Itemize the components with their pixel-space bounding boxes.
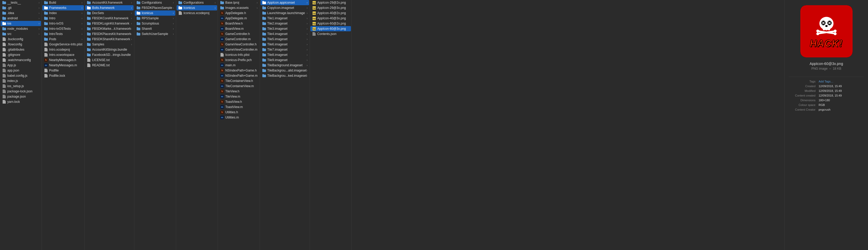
list-item[interactable]: hNearbyMessages.h [42,58,84,63]
list-item[interactable]: Bolts.framework› [85,5,133,10]
list-item[interactable]: Podfile.lock [42,73,84,78]
list-item[interactable]: Iconicus› [135,10,175,16]
list-item[interactable]: Tile6.imageset› [260,42,309,47]
list-item[interactable]: hTileContainerView.h [218,78,259,83]
list-item[interactable]: Contents.json [310,31,351,37]
list-item[interactable]: TileBackgrou...alid.imageset› [260,68,309,73]
list-item[interactable]: Index› [42,10,84,16]
list-item[interactable]: mTileView.m [218,94,259,99]
list-item[interactable]: hGameViewController.h [218,42,259,47]
list-item[interactable]: Build› [42,0,84,5]
list-item[interactable]: PNGAppIcon-40@3x.png [310,16,351,21]
list-item[interactable]: Frameworks› [42,5,84,10]
tags-value[interactable]: Add Tags… [817,79,864,84]
list-item[interactable]: mToastView.m [218,104,259,110]
list-item[interactable]: Tile2.imageset› [260,21,309,26]
list-item[interactable]: android› [1,16,41,21]
list-item[interactable]: PNGAppIcon-29@2x.png [310,0,351,5]
list-item[interactable]: index.js [1,78,41,83]
list-item[interactable]: mNearbyMessages.m [42,63,84,68]
list-item[interactable]: Intro.xcodeproj [42,47,84,52]
list-item[interactable]: hIconicus-Prefix.pch [218,58,259,63]
list-item[interactable]: mUtilities.m [218,115,259,120]
list-item[interactable]: package.json [1,94,41,99]
list-item[interactable]: Tile4.imageset› [260,31,309,37]
list-item[interactable]: FacebookSD...trings.bundle [85,52,133,58]
list-item[interactable]: hNSIndexPath+Game.h [218,68,259,73]
list-item[interactable]: app.json [1,68,41,73]
list-item[interactable]: .buckconfig [1,37,41,42]
list-item[interactable]: README.txt [85,63,133,68]
list-item[interactable]: TileBackgrou...ked.imageset› [260,73,309,78]
list-item[interactable]: hToastView.h [218,99,259,104]
list-item[interactable]: Tile9.imageset› [260,58,309,63]
list-item[interactable]: CopyIcon.imageset› [260,5,309,10]
list-item[interactable]: AccountKit.framework› [85,0,133,5]
list-item[interactable]: RPSSample› [135,16,175,21]
list-item[interactable]: GoogleService-Info.plist [42,42,84,47]
list-item[interactable]: PNGAppIcon-60@3x.png [310,26,351,31]
list-item[interactable]: PNGAppIcon-40@2x.png [310,10,351,16]
list-item[interactable]: Tile3.imageset› [260,26,309,31]
list-item[interactable]: __tests__› [1,0,41,5]
list-item[interactable]: node_modules› [1,26,41,31]
list-item[interactable]: FBSDKMarke...it.framework› [85,26,133,31]
list-item[interactable]: SwitchUserSample› [135,31,175,37]
list-item[interactable]: App.js [1,63,41,68]
tags-add-link[interactable]: Add Tags… [818,80,834,83]
list-item[interactable]: FBSDKPlacesKit.framework› [85,31,133,37]
list-item[interactable]: ShareIt› [135,26,175,31]
list-item[interactable]: hUtilities.h [218,110,259,115]
list-item[interactable]: babel.config.js [1,73,41,78]
list-item[interactable]: .watchmanconfig [1,58,41,63]
list-item[interactable]: .flowconfig [1,42,41,47]
list-item[interactable]: Iconicus› [177,5,217,10]
list-item[interactable]: package-lock.json [1,89,41,94]
list-item[interactable]: mTileContainerView.m [218,83,259,89]
list-item[interactable]: LICENSE.txt [85,58,133,63]
file-browser[interactable]: __tests__›.git›.idea›android›ios›node_mo… [0,0,784,250]
list-item[interactable]: src› [1,31,41,37]
list-item[interactable]: .idea› [1,10,41,16]
list-item[interactable]: PNGAppIcon-29@3x.png [310,5,351,10]
list-item[interactable]: Podfile [42,68,84,73]
list-item[interactable]: PNGAppIcon-60@2x.png [310,21,351,26]
list-item[interactable]: hGameController.h [218,31,259,37]
list-item[interactable]: Tile8.imageset› [260,52,309,58]
list-item[interactable]: yarn.lock [1,99,41,104]
list-item[interactable]: Intro› [42,16,84,21]
list-item[interactable]: Intro-tvOSTests› [42,26,84,31]
list-item[interactable]: Configurations› [177,0,217,5]
list-item[interactable]: mGameController.m [218,37,259,42]
list-item[interactable]: AccountKitStrings.bundle [85,47,133,52]
list-item[interactable]: Scrumptious› [135,21,175,26]
list-item[interactable]: ios› [1,21,41,26]
list-item[interactable]: FBSDKCoreKit.framework› [85,16,133,21]
list-item[interactable]: Iconicus.xcodeproj [177,10,217,16]
list-item[interactable]: mBoardView.m [218,26,259,31]
list-item[interactable]: LaunchImage.launchimage› [260,10,309,16]
list-item[interactable]: hAppDelegate.h [218,10,259,16]
list-item[interactable]: TileBackground.imageset› [260,63,309,68]
list-item[interactable]: hBoardView.h [218,21,259,26]
list-item[interactable]: mGameViewController.m [218,47,259,52]
list-item[interactable]: Images.xcassets› [218,5,259,10]
list-item[interactable]: Samples› [85,42,133,47]
list-item[interactable]: Tile5.imageset› [260,37,309,42]
list-item[interactable]: Base.lproj› [218,0,259,5]
list-item[interactable]: FBSDKPlacesSample› [135,5,175,10]
list-item[interactable]: .gitignore [1,52,41,58]
list-item[interactable]: mNSIndexPath+Game.m [218,73,259,78]
list-item[interactable]: IntroTests› [42,31,84,37]
list-item[interactable]: Pods› [42,37,84,42]
list-item[interactable]: ios_setup.js [1,83,41,89]
list-item[interactable]: FBSDKShareKit.framework› [85,37,133,42]
list-item[interactable]: FBSDKLoginKit.framework› [85,21,133,26]
list-item[interactable]: Configurations› [135,0,175,5]
list-item[interactable]: mmain.m [218,63,259,68]
list-item[interactable]: .gitattributes [1,47,41,52]
list-item[interactable]: Intro-tvOS› [42,21,84,26]
list-item[interactable]: Iconicus-Info.plist [218,52,259,58]
list-item[interactable]: mAppDelegate.m [218,16,259,21]
list-item[interactable]: .git› [1,5,41,10]
